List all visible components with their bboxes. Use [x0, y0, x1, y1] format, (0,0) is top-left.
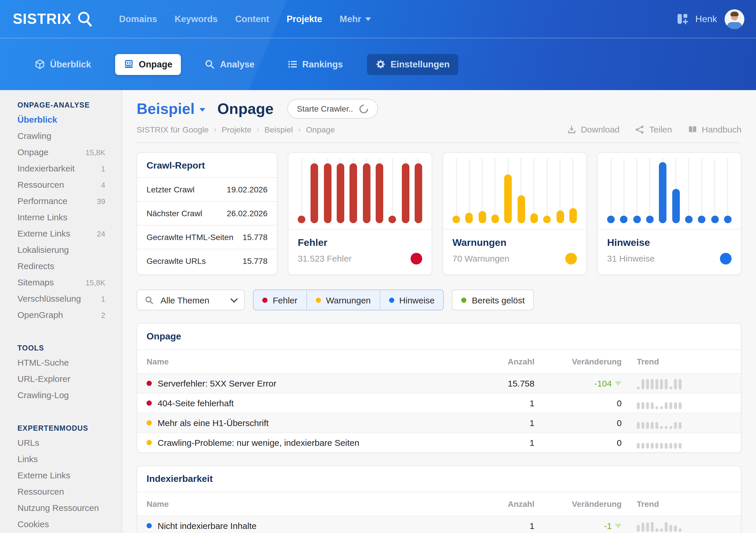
- nav-item-label: Keywords: [175, 14, 218, 24]
- table-row-crawling-probleme-nur-wenige-indexierbare-seiten[interactable]: Crawling-Probleme: nur wenige, indexierb…: [137, 432, 741, 452]
- tab-überblick[interactable]: Überblick: [26, 54, 100, 75]
- row-change-cell: 0: [534, 418, 622, 428]
- sidebar-item-sitemaps[interactable]: Sitemaps15,8K: [17, 277, 105, 293]
- trend-bar: [665, 426, 668, 429]
- hinweise-dot-icon: [389, 297, 394, 303]
- trend-bar: [655, 528, 658, 532]
- nav-item-mehr[interactable]: Mehr: [339, 14, 371, 24]
- sidebar-item-lokalisierung[interactable]: Lokalisierung: [17, 245, 105, 261]
- sidebar-item-links[interactable]: Links: [17, 454, 105, 470]
- row-name-label: Nicht indexierbare Inhalte: [158, 521, 256, 531]
- trend-bar: [651, 522, 654, 532]
- chart-bar: [724, 216, 732, 223]
- table-row-404-seite-fehlerhaft[interactable]: 404-Seite fehlerhaft10: [137, 393, 741, 413]
- nav-item-keywords[interactable]: Keywords: [175, 14, 218, 24]
- filter-chip-hinweise[interactable]: Hinweise: [379, 290, 444, 310]
- sidebar-item-cookies[interactable]: Cookies: [17, 519, 105, 533]
- crawl-report-row: Gecrawlte HTML-Seiten15.778: [137, 225, 277, 249]
- breadcrumb-item[interactable]: SISTRIX für Google: [137, 125, 208, 134]
- sidebar-item-ressourcen[interactable]: Ressourcen4: [17, 180, 105, 196]
- trend-bar: [660, 528, 663, 532]
- apps-grid-icon[interactable]: [677, 13, 688, 24]
- sidebar-item-urls[interactable]: URLs: [17, 438, 105, 454]
- tab-rankings[interactable]: Rankings: [279, 54, 352, 75]
- overview-card-warnungen[interactable]: Warnungen70 Warnungen: [443, 152, 587, 275]
- download-button[interactable]: Download: [567, 124, 619, 134]
- table-row-mehr-als-eine-h1-überschrift[interactable]: Mehr als eine H1-Überschrift10: [137, 413, 741, 432]
- teilen-button[interactable]: Teilen: [635, 124, 672, 134]
- chart-bar: [646, 216, 654, 223]
- sidebar-item-count: 1: [101, 295, 105, 303]
- sidebar-item-onpage[interactable]: Onpage15,8K: [17, 147, 105, 163]
- chart-bar-slot: [452, 158, 460, 223]
- overview-card-subtitle: 31.523 Fehler: [298, 253, 422, 263]
- nav-item-content[interactable]: Content: [235, 14, 269, 24]
- sidebar-item-externe-links[interactable]: Externe Links: [17, 470, 105, 487]
- mini-bar-chart-warnungen: [443, 153, 586, 230]
- sidebar-item-interne-links[interactable]: Interne Links: [17, 212, 105, 228]
- breadcrumb-item[interactable]: Projekte: [222, 125, 252, 134]
- sidebar-item-opengraph[interactable]: OpenGraph2: [17, 310, 105, 326]
- sidebar-item-count: 4: [101, 181, 105, 190]
- row-count-cell: 1: [436, 398, 534, 408]
- tab-einstellungen[interactable]: Einstellungen: [367, 54, 458, 75]
- filter-chip-warnungen[interactable]: Warnungen: [306, 290, 379, 310]
- sidebar-item-indexierbarkeit[interactable]: Indexierbarkeit1: [17, 163, 105, 180]
- sistrix-logo[interactable]: SISTRIX: [13, 10, 94, 28]
- project-selector[interactable]: Beispiel: [137, 100, 205, 118]
- table-row-serverfehler-5xx-server-error[interactable]: Serverfehler: 5XX Server Error15.758-104: [137, 373, 741, 393]
- sidebar-item-label: Crawling: [17, 131, 51, 141]
- breadcrumb-separator: ›: [214, 125, 216, 134]
- trend-bar: [646, 443, 649, 448]
- user-name[interactable]: Henk: [695, 14, 717, 24]
- start-crawler-label: Starte Crawler..: [297, 104, 353, 113]
- filter-row: Alle Themen FehlerWarnungenHinweiseBerei…: [137, 290, 742, 310]
- sidebar-item-crawling[interactable]: Crawling: [17, 131, 105, 147]
- chart-bar-slot: [685, 158, 692, 223]
- breadcrumb-item[interactable]: Beispiel: [265, 125, 293, 134]
- sidebar-item-crawling-log[interactable]: Crawling-Log: [17, 390, 105, 406]
- sidebar-item-html-suche[interactable]: HTML-Suche: [17, 357, 105, 374]
- topic-select[interactable]: Alle Themen: [137, 290, 245, 310]
- mini-bar-chart-fehler: [288, 153, 431, 230]
- top-navigation: SISTRIX DomainsKeywordsContentProjekteMe…: [0, 0, 756, 38]
- sidebar-item-performance[interactable]: Performance39: [17, 196, 105, 212]
- filter-chip-bereits-gelöst[interactable]: Bereits gelöst: [452, 290, 534, 310]
- sidebar-item-nutzung-ressourcen[interactable]: Nutzung Ressourcen: [17, 503, 105, 519]
- chart-bar-track: [392, 158, 393, 223]
- table-header-row: NameAnzahlVeränderungTrend: [137, 350, 741, 373]
- status-dot-warnungen: [565, 253, 577, 265]
- start-crawler-button[interactable]: Starte Crawler..: [287, 99, 378, 118]
- sidebar-item-verschlüsselung[interactable]: Verschlüsselung1: [17, 293, 105, 310]
- tab-onpage[interactable]: Onpage: [115, 54, 181, 75]
- project-name: Beispiel: [137, 100, 195, 118]
- overview-card-hinweise[interactable]: Hinweise31 Hinweise: [597, 152, 742, 275]
- sidebar-item-ressourcen[interactable]: Ressourcen: [17, 487, 105, 503]
- trend-sparkline: [622, 377, 732, 389]
- search-icon: [205, 59, 215, 69]
- sidebar-item-label: Performance: [17, 196, 68, 206]
- sidebar-item-label: Cookies: [17, 519, 49, 529]
- rankings-icon: [287, 59, 297, 69]
- cube-icon: [35, 59, 45, 69]
- trend-bar: [637, 422, 640, 429]
- row-name-label: Serverfehler: 5XX Server Error: [158, 378, 277, 388]
- crawl-report-row-label: Nächster Crawl: [147, 209, 202, 218]
- breadcrumb-item[interactable]: Onpage: [306, 125, 335, 134]
- filter-chip-label: Warnungen: [326, 295, 371, 305]
- sidebar-item-überblick[interactable]: Überblick: [17, 114, 105, 131]
- row-name-cell: Serverfehler: 5XX Server Error: [147, 378, 436, 388]
- nav-item-projekte[interactable]: Projekte: [287, 14, 322, 24]
- avatar[interactable]: [725, 9, 744, 29]
- table-row-nicht-indexierbare-inhalte[interactable]: Nicht indexierbare Inhalte1-1: [137, 516, 741, 533]
- sidebar-item-url-explorer[interactable]: URL-Explorer: [17, 374, 105, 390]
- handbuch-button[interactable]: Handbuch: [688, 124, 742, 134]
- sidebar-item-redirects[interactable]: Redirects: [17, 261, 105, 277]
- overview-card-fehler[interactable]: Fehler31.523 Fehler: [288, 152, 432, 275]
- trend-bar: [679, 528, 682, 532]
- nav-item-domains[interactable]: Domains: [119, 14, 157, 24]
- sidebar-item-externe-links[interactable]: Externe Links24: [17, 228, 105, 245]
- tab-analyse[interactable]: Analyse: [196, 54, 263, 75]
- row-name-label: Mehr als eine H1-Überschrift: [158, 418, 269, 428]
- filter-chip-fehler[interactable]: Fehler: [254, 290, 306, 310]
